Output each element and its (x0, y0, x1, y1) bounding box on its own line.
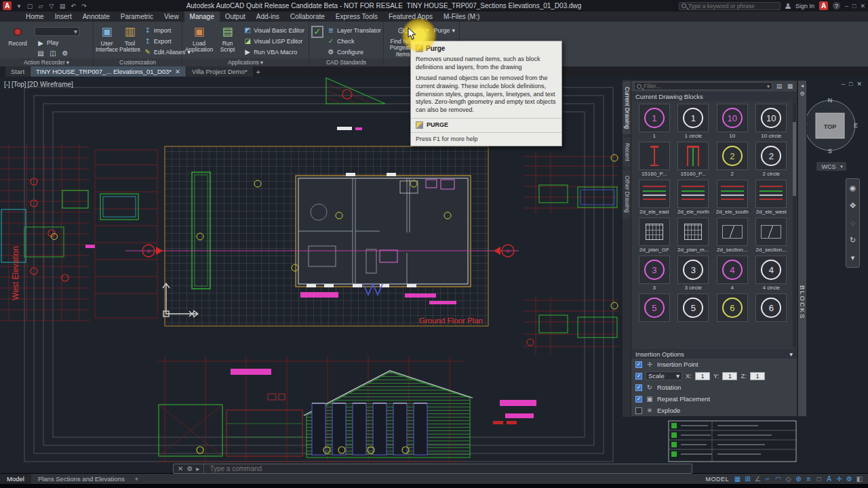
block-item[interactable]: 2d_plan_m... (675, 218, 713, 253)
drawing-window-button[interactable]: ✕ (856, 81, 862, 87)
nav-icon[interactable]: ◌ (850, 219, 855, 227)
block-item[interactable]: 15160_P... (675, 142, 713, 178)
rotation-checkbox[interactable] (635, 384, 642, 391)
block-item[interactable]: 2d_section... (753, 218, 791, 253)
viewport-menu-control[interactable]: [-] (4, 81, 10, 88)
block-item[interactable]: 2d_ele_west (753, 180, 791, 216)
load-application-button[interactable]: ▣ Load Application (184, 23, 214, 58)
status-toggle-icon[interactable]: □ (814, 475, 823, 483)
grid-view-icon[interactable]: ▦ (786, 83, 794, 89)
action-macro-select[interactable]: ▾ (35, 27, 79, 36)
block-item[interactable]: 6 (753, 293, 791, 329)
ribbon-tab[interactable]: Featured Apps (383, 12, 438, 22)
ribbon-tab[interactable]: M-Files (M:) (438, 12, 485, 22)
view-control[interactable]: [Top] (12, 81, 26, 88)
status-toggle-icon[interactable]: ≡ (804, 475, 813, 483)
sign-in-button[interactable]: Sign In (795, 3, 814, 9)
record-button[interactable]: Record (2, 23, 33, 58)
block-item[interactable]: 3 3 circle (675, 256, 713, 291)
block-item[interactable]: 2d_section... (713, 218, 751, 253)
window-control-button[interactable]: ✕ (860, 3, 865, 9)
configure-standards-button[interactable]: ✓ (311, 23, 323, 58)
purge-button[interactable]: ✦Purge▾ (421, 25, 457, 35)
ribbon-tab[interactable]: Add-ins (251, 12, 285, 22)
scale-checkbox[interactable] (635, 373, 642, 380)
auto-hide-icon[interactable]: ◂ (801, 83, 804, 91)
status-toggle-icon[interactable]: A (825, 475, 833, 483)
quick-access-icon[interactable]: ▤ (58, 1, 67, 10)
palette-tab[interactable]: Current Drawing (623, 81, 631, 134)
ribbon-tab[interactable]: Annotate (77, 12, 115, 22)
close-tab-icon[interactable]: ✕ (175, 68, 180, 75)
search-box[interactable] (679, 2, 781, 10)
tool-palettes-button[interactable]: ▥ Tool Palettes (119, 23, 140, 58)
scale-x-input[interactable] (695, 372, 710, 380)
check-button[interactable]: ✓Check (325, 36, 383, 46)
block-item[interactable]: 2d_ele_north (675, 180, 713, 216)
status-toggle-icon[interactable]: ⊕ (794, 475, 803, 483)
file-tab[interactable]: TINY HOUSE_TRP007_... Elevations_01_D03*… (31, 66, 186, 77)
ribbon-tab[interactable]: Output (220, 12, 251, 22)
status-toggle-icon[interactable]: ⊞ (743, 475, 752, 483)
help-icon[interactable]: ? (833, 2, 840, 9)
scale-option[interactable]: Scale▾ X: Y: Z: (631, 370, 797, 382)
panel-label-customization[interactable]: Customization (94, 58, 182, 66)
visual-style-control[interactable]: [2D Wireframe] (28, 81, 73, 88)
status-toggle-icon[interactable]: ◇ (784, 475, 793, 483)
block-item[interactable]: 3 3 (635, 256, 673, 291)
quick-access-icon[interactable]: ▽ (47, 1, 56, 10)
nav-icon[interactable]: ↻ (850, 236, 856, 245)
status-toggle-icon[interactable]: ⌐ (764, 475, 772, 483)
block-item[interactable]: 4 4 (713, 256, 751, 291)
quick-access-icon[interactable]: ▢ (25, 1, 35, 10)
ribbon-tab[interactable]: Express Tools (330, 12, 383, 22)
block-item[interactable]: 2 2 (713, 142, 751, 178)
palette-tab[interactable]: Recent (623, 138, 631, 167)
file-tab[interactable]: Villa Project Demo*✕ (186, 66, 253, 77)
insertion-point-checkbox[interactable] (635, 361, 642, 368)
layout-tab[interactable]: Plans Sections and Elevations (31, 474, 132, 484)
repeat-placement-checkbox[interactable] (635, 396, 642, 403)
palette-properties-icon[interactable]: ⚙ (800, 91, 804, 99)
block-item[interactable]: 10 10 (713, 104, 751, 140)
ribbon-tab[interactable]: Insert (50, 12, 77, 22)
insert-message-icon[interactable]: ▤ (37, 49, 45, 57)
customize-command-line-icon[interactable]: ⚙ (186, 465, 193, 472)
recent-commands-icon[interactable]: ▸ (196, 465, 199, 472)
layout-tab[interactable]: Model (0, 474, 31, 484)
search-input[interactable] (688, 3, 778, 9)
configure-button[interactable]: ⚙Configure (325, 47, 383, 57)
palette-tab[interactable]: Other Drawing (623, 170, 631, 218)
file-tab[interactable]: Start✕ (5, 66, 30, 77)
block-item[interactable]: 5 (675, 293, 713, 329)
explode-checkbox[interactable] (635, 407, 642, 414)
model-space-indicator[interactable]: MODEL (705, 476, 729, 483)
status-toggle-icon[interactable]: ✛ (835, 475, 844, 483)
status-toggle-icon[interactable]: ∠ (753, 475, 762, 483)
block-item[interactable]: 2d_ele_south (713, 180, 751, 216)
status-toggle-icon[interactable]: ⚙ (845, 475, 854, 483)
nav-icon[interactable]: ◉ (850, 184, 856, 192)
insert-pause-icon[interactable]: ◫ (49, 49, 57, 57)
blocks-scrollbar[interactable] (793, 102, 796, 348)
close-command-line-icon[interactable]: ✕ (178, 465, 183, 472)
window-control-button[interactable]: – (845, 3, 848, 9)
block-item[interactable]: 1 1 circle (675, 104, 713, 140)
command-input[interactable] (204, 465, 692, 472)
quick-access-icon[interactable]: ↶ (68, 1, 78, 10)
recorder-settings-icon[interactable]: ⚙ (61, 49, 69, 57)
quick-access-icon[interactable]: ▾ (14, 1, 24, 10)
layer-translator-button[interactable]: ≣Layer Translator (325, 25, 383, 35)
ribbon-tab[interactable]: Collaborate (285, 12, 330, 22)
panel-label-action-recorder[interactable]: Action Recorder▾ (0, 58, 93, 66)
run-vba-macro-button[interactable]: ▶Run VBA Macro (241, 47, 307, 57)
block-item[interactable]: 6 (713, 293, 751, 329)
insertion-point-option[interactable]: ✛ Insertion Point (631, 359, 797, 370)
palette-title-bar[interactable]: ◂ ⚙ BLOCKS (797, 80, 807, 417)
block-item[interactable]: 10 10 circle (753, 104, 791, 140)
block-item[interactable]: 15160_P... (635, 142, 673, 178)
ribbon-tab[interactable]: Parametric (115, 12, 159, 22)
insertion-options-header[interactable]: Insertion Options▾ (631, 349, 797, 359)
block-item[interactable]: 1 1 (635, 104, 673, 140)
filter-dropdown-icon[interactable]: ▾ (767, 83, 770, 89)
